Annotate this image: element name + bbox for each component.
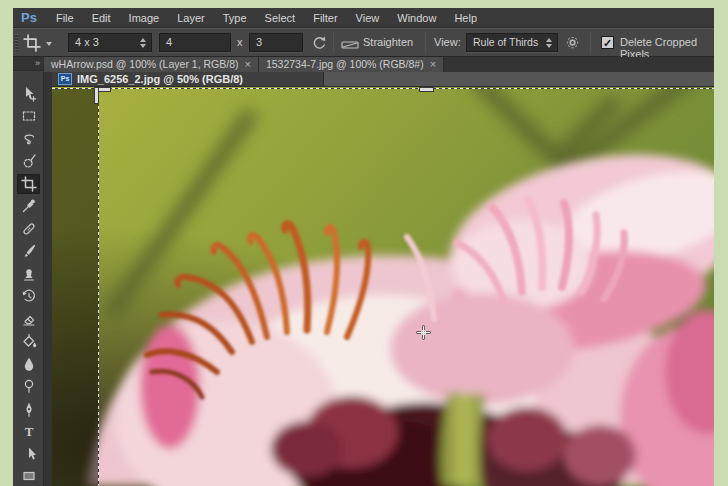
floating-window-title: IMG_6256_2.jpg @ 50% (RGB/8) <box>77 73 243 85</box>
checkmark-icon: ✓ <box>603 37 612 49</box>
swap-dimensions-icon[interactable] <box>311 35 327 55</box>
tool-move[interactable] <box>17 84 40 104</box>
tool-type[interactable]: T <box>17 421 40 441</box>
document-tab-1532734[interactable]: 1532734-7.jpg @ 100% (RGB/8#) × <box>259 57 444 72</box>
chevron-down-icon[interactable] <box>46 42 52 46</box>
dimension-separator-label: x <box>237 36 243 48</box>
close-tab-icon[interactable]: × <box>244 57 250 72</box>
crop-view-overlay-select[interactable]: Rule of Thirds <box>466 33 558 52</box>
flower-photo <box>52 87 714 486</box>
crop-tool-preset-icon[interactable] <box>23 34 41 56</box>
crop-ratio-preset-select[interactable]: 4 x 3 <box>68 33 152 52</box>
pasteboard <box>44 72 52 486</box>
tool-clone-stamp[interactable] <box>17 264 40 284</box>
straighten-button[interactable]: Straighten <box>363 36 413 48</box>
options-bar-grip[interactable] <box>15 34 18 51</box>
photoshop-window: Ps File Edit Image Layer Type Select Fil… <box>13 8 714 486</box>
gear-icon[interactable] <box>565 35 580 54</box>
document-tab-bar: wHArrow.psd @ 100% (Layer 1, RGB/8) × 15… <box>44 57 714 72</box>
crop-height-input[interactable]: 3 <box>249 33 303 52</box>
spinner-arrows-icon <box>546 38 553 48</box>
crop-center-pivot-icon[interactable] <box>416 325 431 340</box>
panel-collapse-button[interactable]: » <box>13 57 43 71</box>
tool-quick-selection[interactable] <box>17 151 40 171</box>
crop-top-edge[interactable] <box>52 88 714 89</box>
tool-spot-healing-brush[interactable] <box>17 219 40 239</box>
menu-layer[interactable]: Layer <box>168 8 214 28</box>
crop-width-input[interactable]: 4 <box>159 33 231 52</box>
tool-rectangular-marquee[interactable] <box>17 106 40 126</box>
tool-blur[interactable] <box>17 354 40 374</box>
menu-view[interactable]: View <box>347 8 389 28</box>
tool-crop[interactable] <box>17 174 40 194</box>
crop-options-bar: 4 x 3 4 x 3 Straighten View: Rule <box>13 28 714 57</box>
tool-eyedropper[interactable] <box>17 196 40 216</box>
crop-shield-overlay <box>52 88 98 486</box>
tool-history-brush[interactable] <box>17 286 40 306</box>
menu-bar: Ps File Edit Image Layer Type Select Fil… <box>13 8 714 28</box>
close-tab-icon[interactable]: × <box>430 57 436 72</box>
crop-height-value: 3 <box>256 36 262 48</box>
canvas-image[interactable] <box>52 87 714 486</box>
photoshop-logo: Ps <box>13 10 47 25</box>
tool-paint-bucket[interactable] <box>17 331 40 351</box>
menu-file[interactable]: File <box>47 8 83 28</box>
crop-ratio-preset-value: 4 x 3 <box>75 36 99 48</box>
crop-width-value: 4 <box>166 36 172 48</box>
floating-window-tab[interactable]: Ps IMG_6256_2.jpg @ 50% (RGB/8) <box>52 72 324 86</box>
tool-pen[interactable] <box>17 399 40 419</box>
menu-help[interactable]: Help <box>445 8 486 28</box>
tool-lasso[interactable] <box>17 129 40 149</box>
svg-text:T: T <box>24 424 33 439</box>
menu-edit[interactable]: Edit <box>83 8 120 28</box>
options-separator <box>590 32 591 53</box>
options-separator <box>333 32 334 53</box>
view-label: View: <box>434 36 461 48</box>
menu-type[interactable]: Type <box>214 8 256 28</box>
menu-window[interactable]: Window <box>388 8 445 28</box>
document-tab-wharrow[interactable]: wHArrow.psd @ 100% (Layer 1, RGB/8) × <box>44 57 259 72</box>
crop-view-overlay-value: Rule of Thirds <box>473 36 538 48</box>
crop-left-edge[interactable] <box>98 88 99 486</box>
tool-brush[interactable] <box>17 241 40 261</box>
menu-image[interactable]: Image <box>120 8 169 28</box>
menu-filter[interactable]: Filter <box>304 8 346 28</box>
tools-panel: » <box>13 57 44 486</box>
delete-cropped-pixels-checkbox[interactable]: ✓ <box>601 36 614 49</box>
crop-corner-handle[interactable] <box>94 87 99 104</box>
crop-top-center-handle[interactable] <box>419 87 434 92</box>
menu-select[interactable]: Select <box>256 8 305 28</box>
straighten-level-icon[interactable] <box>341 37 359 55</box>
tool-eraser[interactable] <box>17 309 40 329</box>
spinner-arrows-icon <box>140 38 147 48</box>
document-tab-label: wHArrow.psd @ 100% (Layer 1, RGB/8) <box>51 57 238 72</box>
tool-dodge[interactable] <box>17 376 40 396</box>
tool-rectangle-shape[interactable] <box>17 466 40 486</box>
tool-path-selection[interactable] <box>17 444 40 464</box>
document-tab-label: 1532734-7.jpg @ 100% (RGB/8#) <box>266 57 424 72</box>
floating-window-title-bar[interactable]: Ps IMG_6256_2.jpg @ 50% (RGB/8) <box>52 72 714 87</box>
options-separator <box>425 32 426 53</box>
psd-file-icon: Ps <box>58 73 72 85</box>
